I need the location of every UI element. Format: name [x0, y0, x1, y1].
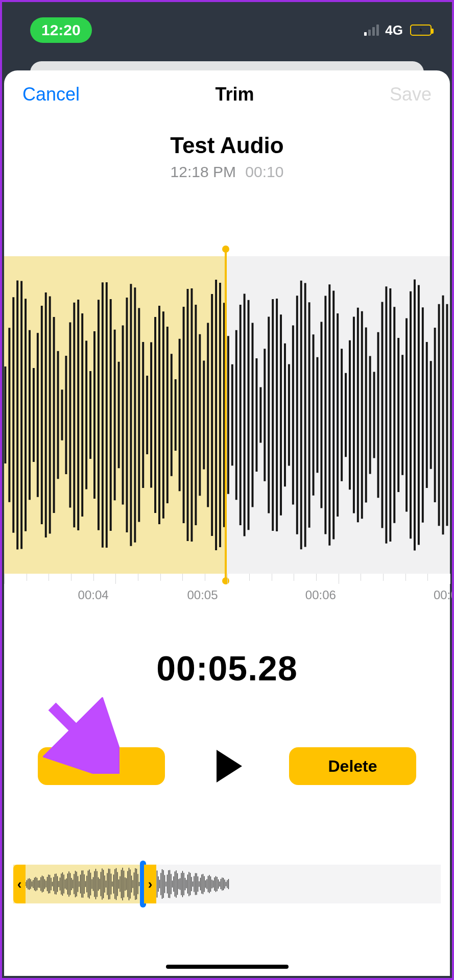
play-icon[interactable] — [217, 750, 242, 782]
sheet-title: Trim — [215, 84, 254, 105]
recording-subtitle: 12:18 PM 00:10 — [4, 163, 450, 181]
sheet-nav-bar: Cancel Trim Save — [4, 70, 450, 109]
trim-button[interactable]: Trim — [38, 747, 165, 785]
delete-button[interactable]: Delete — [289, 747, 416, 785]
trim-sheet: Cancel Trim Save Test Audio 12:18 PM 00:… — [4, 70, 450, 976]
waveform-large — [4, 256, 450, 574]
cancel-button[interactable]: Cancel — [22, 84, 80, 105]
home-indicator — [166, 965, 289, 969]
timeline-tick-label: 00:04 — [78, 588, 109, 602]
current-time-display: 00:05.28 — [4, 648, 450, 688]
timeline-ticks — [4, 574, 450, 588]
recording-duration: 00:10 — [245, 163, 283, 180]
overview-timeline[interactable]: ‹ › — [13, 865, 441, 903]
timeline-labels: 00:0400:0500:0600:0 — [4, 588, 450, 608]
battery-charging-icon — [410, 24, 432, 36]
timeline-tick-label: 00:0 — [434, 588, 454, 602]
status-right-cluster: 4G — [364, 22, 432, 38]
timeline-tick-label: 00:06 — [305, 588, 336, 602]
status-bar: 12:20 4G — [2, 2, 452, 58]
recording-title: Test Audio — [4, 133, 450, 158]
trim-handle-right[interactable]: › — [144, 865, 156, 903]
timeline-tick-label: 00:05 — [187, 588, 218, 602]
waveform-area[interactable] — [4, 256, 450, 574]
trim-handle-left[interactable]: ‹ — [13, 865, 26, 903]
controls-row: Trim Delete — [4, 747, 450, 785]
cellular-signal-icon — [364, 24, 379, 36]
network-type-label: 4G — [385, 22, 403, 38]
waveform-mini — [26, 865, 230, 903]
recording-time: 12:18 PM — [171, 163, 236, 180]
save-button[interactable]: Save — [390, 84, 432, 105]
playhead[interactable] — [225, 249, 227, 581]
status-time-pill: 12:20 — [30, 17, 92, 43]
